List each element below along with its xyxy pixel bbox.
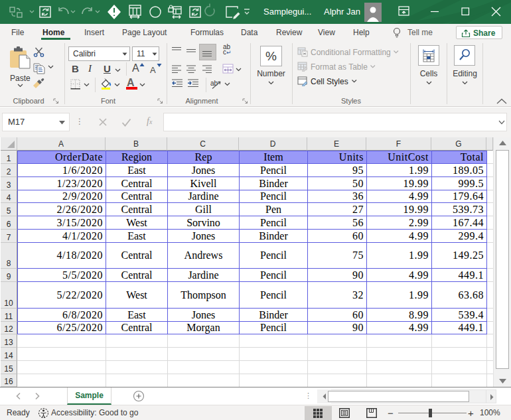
svg-text:ab: ab bbox=[210, 80, 218, 87]
